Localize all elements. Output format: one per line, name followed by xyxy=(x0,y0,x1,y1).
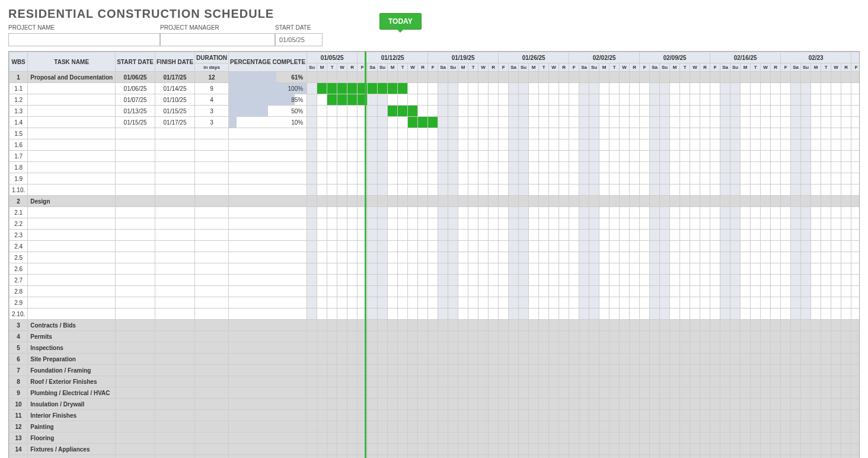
gantt-cell[interactable] xyxy=(841,432,851,444)
gantt-cell[interactable] xyxy=(327,286,337,297)
gantt-cell[interactable] xyxy=(418,151,428,162)
gantt-cell[interactable] xyxy=(539,455,549,459)
gantt-cell[interactable] xyxy=(408,117,418,128)
finish-cell[interactable]: 01/17/25 xyxy=(155,117,195,128)
duration-cell[interactable] xyxy=(195,320,229,331)
start-cell[interactable] xyxy=(116,387,155,399)
gantt-cell[interactable] xyxy=(368,263,378,275)
wbs-cell[interactable]: 13 xyxy=(9,432,28,444)
gantt-cell[interactable] xyxy=(358,241,368,252)
task-cell[interactable] xyxy=(28,139,116,151)
gantt-cell[interactable] xyxy=(811,399,821,410)
gantt-cell[interactable] xyxy=(499,162,509,173)
gantt-cell[interactable] xyxy=(579,410,589,421)
gantt-cell[interactable] xyxy=(771,83,781,94)
gantt-cell[interactable] xyxy=(388,94,398,106)
finish-cell[interactable] xyxy=(155,241,195,252)
task-cell[interactable] xyxy=(28,117,116,128)
gantt-cell[interactable] xyxy=(468,196,478,207)
gantt-cell[interactable] xyxy=(559,320,569,331)
gantt-cell[interactable] xyxy=(650,432,660,444)
percent-cell[interactable] xyxy=(229,432,307,444)
gantt-cell[interactable] xyxy=(730,72,741,83)
gantt-cell[interactable] xyxy=(851,117,860,128)
gantt-cell[interactable] xyxy=(519,230,529,241)
gantt-cell[interactable] xyxy=(337,72,347,83)
finish-cell[interactable] xyxy=(155,151,195,162)
task-cell[interactable]: Interior Finishes xyxy=(28,410,116,421)
gantt-cell[interactable] xyxy=(408,410,418,421)
gantt-cell[interactable] xyxy=(620,207,630,218)
gantt-cell[interactable] xyxy=(438,421,448,432)
gantt-cell[interactable] xyxy=(811,331,821,342)
gantt-cell[interactable] xyxy=(509,128,519,139)
task-cell[interactable] xyxy=(28,151,116,162)
gantt-cell[interactable] xyxy=(700,151,710,162)
gantt-cell[interactable] xyxy=(398,139,408,151)
gantt-cell[interactable] xyxy=(418,331,428,342)
gantt-cell[interactable] xyxy=(730,399,741,410)
gantt-cell[interactable] xyxy=(690,297,700,308)
gantt-cell[interactable] xyxy=(620,365,630,376)
gantt-cell[interactable] xyxy=(388,230,398,241)
gantt-cell[interactable] xyxy=(307,83,317,94)
task-cell[interactable]: Plumbing / Electrical / HVAC xyxy=(28,387,116,399)
gantt-cell[interactable] xyxy=(579,94,589,106)
gantt-cell[interactable] xyxy=(529,410,539,421)
gantt-cell[interactable] xyxy=(529,128,539,139)
gantt-cell[interactable] xyxy=(478,207,489,218)
gantt-cell[interactable] xyxy=(337,354,347,365)
gantt-cell[interactable] xyxy=(438,252,448,263)
gantt-cell[interactable] xyxy=(337,421,347,432)
gantt-cell[interactable] xyxy=(489,297,499,308)
gantt-cell[interactable] xyxy=(317,117,327,128)
gantt-cell[interactable] xyxy=(741,455,751,459)
gantt-cell[interactable] xyxy=(358,207,368,218)
gantt-cell[interactable] xyxy=(710,83,720,94)
gantt-cell[interactable] xyxy=(761,286,771,297)
finish-cell[interactable] xyxy=(155,342,195,354)
gantt-cell[interactable] xyxy=(841,444,851,455)
gantt-cell[interactable] xyxy=(499,72,509,83)
gantt-cell[interactable] xyxy=(569,252,579,263)
gantt-cell[interactable] xyxy=(811,376,821,387)
gantt-cell[interactable] xyxy=(418,252,428,263)
gantt-cell[interactable] xyxy=(690,308,700,320)
gantt-cell[interactable] xyxy=(458,331,468,342)
gantt-cell[interactable] xyxy=(468,286,478,297)
gantt-cell[interactable] xyxy=(499,263,509,275)
gantt-cell[interactable] xyxy=(831,151,841,162)
gantt-cell[interactable] xyxy=(499,252,509,263)
gantt-cell[interactable] xyxy=(690,320,700,331)
gantt-cell[interactable] xyxy=(307,139,317,151)
gantt-cell[interactable] xyxy=(781,207,791,218)
gantt-cell[interactable] xyxy=(589,365,599,376)
gantt-cell[interactable] xyxy=(529,399,539,410)
gantt-cell[interactable] xyxy=(700,331,710,342)
gantt-cell[interactable] xyxy=(620,410,630,421)
gantt-cell[interactable] xyxy=(378,83,388,94)
gantt-cell[interactable] xyxy=(388,196,398,207)
gantt-cell[interactable] xyxy=(337,275,347,286)
task-cell[interactable]: Design xyxy=(28,196,116,207)
percent-cell[interactable]: 50% xyxy=(229,106,307,117)
gantt-cell[interactable] xyxy=(509,308,519,320)
gantt-cell[interactable] xyxy=(761,432,771,444)
gantt-cell[interactable] xyxy=(630,342,640,354)
gantt-cell[interactable] xyxy=(700,230,710,241)
gantt-cell[interactable] xyxy=(720,196,730,207)
gantt-cell[interactable] xyxy=(751,162,761,173)
gantt-cell[interactable] xyxy=(771,432,781,444)
gantt-cell[interactable] xyxy=(771,151,781,162)
gantt-cell[interactable] xyxy=(307,421,317,432)
gantt-cell[interactable] xyxy=(700,399,710,410)
gantt-cell[interactable] xyxy=(781,399,791,410)
gantt-cell[interactable] xyxy=(468,218,478,230)
gantt-cell[interactable] xyxy=(478,331,489,342)
gantt-cell[interactable] xyxy=(388,455,398,459)
gantt-cell[interactable] xyxy=(549,185,559,196)
gantt-cell[interactable] xyxy=(347,376,358,387)
gantt-cell[interactable] xyxy=(468,83,478,94)
gantt-cell[interactable] xyxy=(428,162,438,173)
gantt-cell[interactable] xyxy=(791,185,801,196)
